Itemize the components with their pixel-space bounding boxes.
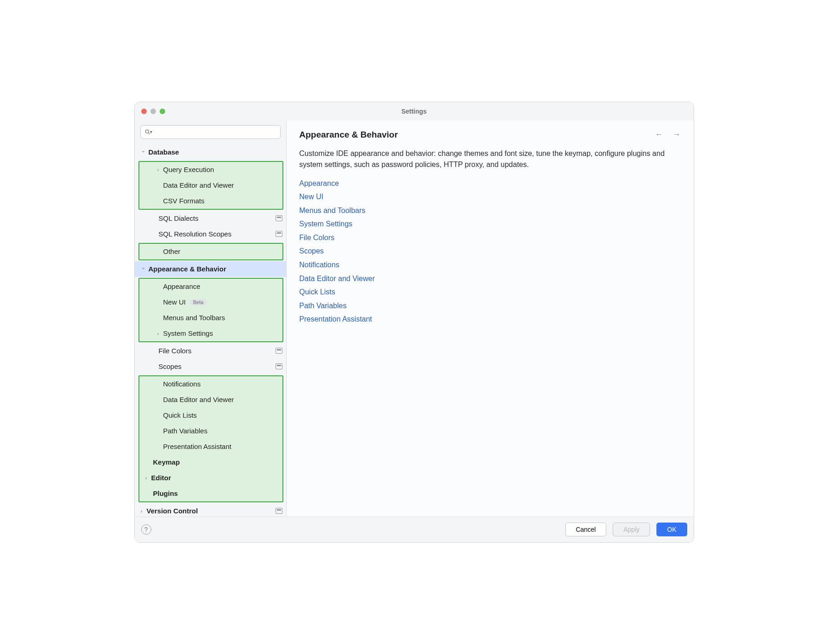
tree-item-query-execution[interactable]: Query Execution	[139, 162, 282, 178]
minimize-window-button[interactable]	[150, 109, 156, 114]
tree-item-sql-resolution-scopes[interactable]: SQL Resolution Scopes	[135, 226, 286, 242]
chevron-right-icon	[138, 508, 145, 514]
tree-item-file-colors[interactable]: File Colors	[135, 343, 286, 359]
link-appearance[interactable]: Appearance	[299, 177, 681, 190]
beta-badge: Beta	[190, 299, 207, 305]
tree-item-data-editor-viewer-2[interactable]: Data Editor and Viewer	[139, 392, 282, 408]
sidebar: ▾ Database Query Execution Data	[135, 121, 287, 542]
project-scope-icon	[276, 363, 282, 369]
tree-item-menus-toolbars[interactable]: Menus and Toolbars	[139, 310, 282, 326]
link-system-settings[interactable]: System Settings	[299, 217, 681, 231]
tree-item-appearance-behavior[interactable]: Appearance & Behavior	[135, 261, 286, 277]
project-scope-icon	[276, 231, 282, 237]
search-input[interactable]	[155, 128, 276, 135]
svg-point-0	[145, 130, 149, 133]
window-controls	[141, 109, 165, 114]
body: ▾ Database Query Execution Data	[135, 121, 694, 542]
footer: ? Cancel Apply OK	[135, 517, 694, 542]
tree-item-plugins[interactable]: Plugins	[139, 486, 282, 501]
tree-item-notifications[interactable]: Notifications	[139, 376, 282, 392]
project-scope-icon	[276, 215, 282, 221]
nav-back-icon[interactable]: ←	[655, 130, 663, 139]
titlebar: Settings	[135, 102, 694, 121]
page-title: Appearance & Behavior	[299, 130, 398, 140]
tree-item-system-settings[interactable]: System Settings	[139, 326, 282, 341]
tree-item-csv-formats[interactable]: CSV Formats	[139, 193, 282, 209]
tree-item-database[interactable]: Database	[135, 144, 286, 160]
ok-button[interactable]: OK	[656, 523, 687, 536]
link-menus-toolbars[interactable]: Menus and Toolbars	[299, 204, 681, 218]
chevron-right-icon	[155, 331, 161, 336]
tree-item-path-variables[interactable]: Path Variables	[139, 423, 282, 439]
nav-forward-icon[interactable]: →	[673, 130, 681, 139]
tree-item-new-ui[interactable]: New UI Beta	[139, 294, 282, 310]
apply-button[interactable]: Apply	[613, 523, 650, 536]
tree-item-data-editor-viewer[interactable]: Data Editor and Viewer	[139, 178, 282, 193]
nav-arrows: ← →	[655, 130, 681, 139]
window-title: Settings	[401, 108, 426, 115]
link-path-variables[interactable]: Path Variables	[299, 299, 681, 313]
highlight-region: Notifications Data Editor and Viewer Qui…	[138, 375, 283, 502]
highlight-region: Other	[138, 243, 283, 260]
link-file-colors[interactable]: File Colors	[299, 231, 681, 245]
tree-item-scopes[interactable]: Scopes	[135, 359, 286, 374]
highlight-region: Query Execution Data Editor and Viewer C…	[138, 161, 283, 210]
help-icon[interactable]: ?	[141, 524, 151, 535]
tree-item-quick-lists[interactable]: Quick Lists	[139, 408, 282, 423]
settings-window: Settings ▾ Database Query Exec	[134, 102, 694, 543]
project-scope-icon	[276, 508, 282, 514]
cancel-button[interactable]: Cancel	[565, 523, 607, 536]
settings-links: Appearance New UI Menus and Toolbars Sys…	[287, 176, 694, 328]
main-header: Appearance & Behavior ← →	[287, 121, 694, 144]
tree-item-appearance[interactable]: Appearance	[139, 279, 282, 294]
page-description: Customize IDE appearance and behavior: c…	[287, 144, 694, 176]
chevron-right-icon	[155, 167, 161, 172]
link-scopes[interactable]: Scopes	[299, 244, 681, 258]
link-new-ui[interactable]: New UI	[299, 190, 681, 204]
link-presentation-assistant[interactable]: Presentation Assistant	[299, 312, 681, 326]
chevron-down-icon	[140, 266, 147, 272]
chevron-right-icon	[143, 475, 150, 481]
link-notifications[interactable]: Notifications	[299, 258, 681, 272]
link-quick-lists[interactable]: Quick Lists	[299, 285, 681, 299]
link-data-editor-viewer[interactable]: Data Editor and Viewer	[299, 272, 681, 286]
chevron-down-icon	[140, 149, 147, 155]
tree-item-presentation-assistant[interactable]: Presentation Assistant	[139, 439, 282, 454]
tree-item-other[interactable]: Other	[139, 244, 282, 259]
zoom-window-button[interactable]	[160, 109, 165, 114]
tree-item-keymap[interactable]: Keymap	[139, 454, 282, 470]
settings-tree: Database Query Execution Data Editor and…	[135, 144, 286, 542]
project-scope-icon	[276, 348, 282, 354]
main-panel: Appearance & Behavior ← → Customize IDE …	[287, 121, 694, 542]
search-input-wrapper[interactable]: ▾	[140, 125, 281, 139]
close-window-button[interactable]	[141, 109, 147, 114]
tree-item-sql-dialects[interactable]: SQL Dialects	[135, 211, 286, 226]
highlight-region: Appearance New UI Beta Menus and Toolbar…	[138, 278, 283, 342]
search-scope-chevron-icon[interactable]: ▾	[150, 129, 152, 134]
tree-item-editor[interactable]: Editor	[139, 470, 282, 486]
